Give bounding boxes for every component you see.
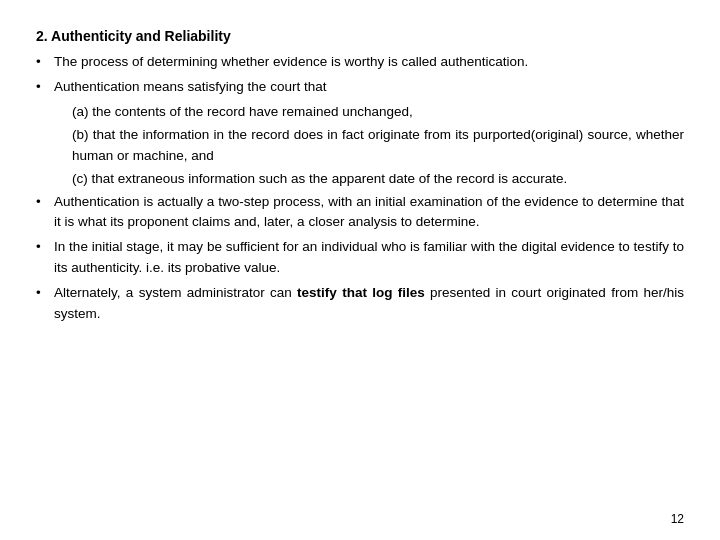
bullet-text-2: Authentication means satisfying the cour…: [54, 77, 684, 98]
slide-page: 2. Authenticity and Reliability • The pr…: [0, 0, 720, 540]
bullet-text-1: The process of determining whether evide…: [54, 52, 684, 73]
bullet-marker-4: •: [36, 237, 54, 258]
bullet-marker-1: •: [36, 52, 54, 73]
page-number: 12: [671, 512, 684, 526]
bullet-marker-5: •: [36, 283, 54, 304]
bullet-item-2: • Authentication means satisfying the co…: [36, 77, 684, 98]
bullet-marker-3: •: [36, 192, 54, 213]
bullet-item-4: • In the initial stage, it may be suffic…: [36, 237, 684, 279]
slide-content: • The process of determining whether evi…: [36, 52, 684, 325]
bullet-item-3: • Authentication is actually a two-step …: [36, 192, 684, 234]
bullet-item-5: • Alternately, a system administrator ca…: [36, 283, 684, 325]
bullet-item-1: • The process of determining whether evi…: [36, 52, 684, 73]
bold-text: testify that log files: [297, 285, 425, 300]
bullet-text-5: Alternately, a system administrator can …: [54, 283, 684, 325]
bullet-text-3: Authentication is actually a two-step pr…: [54, 192, 684, 234]
sub-item-2b: (b) that the information in the record d…: [72, 125, 684, 167]
bullet-marker-2: •: [36, 77, 54, 98]
slide-heading: 2. Authenticity and Reliability: [36, 28, 684, 44]
sub-item-2c: (c) that extraneous information such as …: [72, 169, 684, 190]
sub-item-2a: (a) the contents of the record have rema…: [72, 102, 684, 123]
bullet-text-4: In the initial stage, it may be sufficie…: [54, 237, 684, 279]
